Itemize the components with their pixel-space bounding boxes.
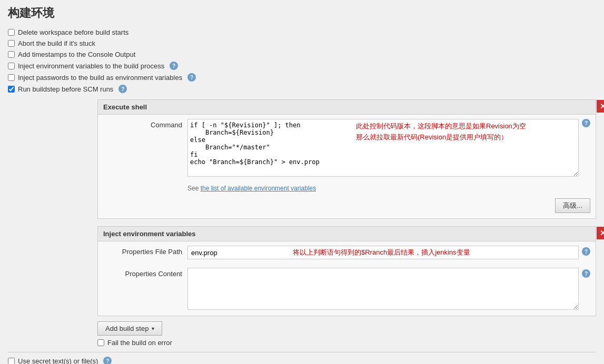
page-title: 构建环境 xyxy=(8,5,596,21)
inject-env-checkbox[interactable] xyxy=(8,63,15,69)
checkbox-row-1: Delete workspace before build starts xyxy=(8,28,596,36)
checkbox-row-5: Inject passwords to the build as environ… xyxy=(8,73,596,82)
properties-content-input-area xyxy=(187,268,579,311)
command-input-area: if [ -n "${Revision}" ]; then Branch=${R… xyxy=(187,119,579,178)
delete-workspace-label[interactable]: Delete workspace before build starts xyxy=(18,28,128,36)
use-secret-checkbox[interactable] xyxy=(8,358,15,365)
use-secret-row: Use secret text(s) or file(s) ? xyxy=(8,357,596,364)
checkbox-row-2: Abort the build if it's stuck xyxy=(8,39,596,47)
add-build-step-row: Add build step ▾ xyxy=(8,316,596,339)
use-secret-label[interactable]: Use secret text(s) or file(s) xyxy=(18,357,98,365)
checkbox-row-6: Run buildstep before SCM runs ? xyxy=(8,85,596,93)
fail-build-label[interactable]: Fail the build on error xyxy=(107,339,172,347)
advanced-button[interactable]: 高级... xyxy=(555,198,590,213)
properties-content-help-icon[interactable]: ? xyxy=(582,269,590,278)
inject-env-block: Inject environment variables Properties … xyxy=(97,226,596,316)
inject-passwords-help-icon[interactable]: ? xyxy=(187,73,196,82)
inject-env-close-button[interactable]: ✕ xyxy=(597,227,604,239)
section-divider xyxy=(8,352,596,352)
inject-passwords-label[interactable]: Inject passwords to the build as environ… xyxy=(18,74,182,82)
properties-content-textarea[interactable] xyxy=(187,268,579,310)
properties-file-input-area: 将以上判断语句得到的$Rranch最后结果，插入jenkins变量 xyxy=(187,246,579,259)
inject-env-label[interactable]: Inject environment variables to the buil… xyxy=(18,62,164,70)
properties-file-label: Properties File Path xyxy=(103,246,187,256)
inject-env-help-icon[interactable]: ? xyxy=(170,62,178,70)
abort-build-checkbox[interactable] xyxy=(8,40,15,47)
run-buildstep-help-icon[interactable]: ? xyxy=(118,85,127,93)
add-build-step-label: Add build step xyxy=(105,325,148,332)
fail-checkbox-row: Fail the build on error xyxy=(8,339,596,347)
checkbox-row-3: Add timestamps to the Console Output xyxy=(8,50,596,58)
properties-content-label: Properties Content xyxy=(103,268,187,278)
add-build-step-button[interactable]: Add build step ▾ xyxy=(97,321,162,336)
run-buildstep-label[interactable]: Run buildstep before SCM runs xyxy=(18,85,113,93)
checkbox-row-4: Inject environment variables to the buil… xyxy=(8,62,596,70)
inject-passwords-checkbox[interactable] xyxy=(8,74,15,81)
command-row: Command if [ -n "${Revision}" ]; then Br… xyxy=(98,115,596,183)
see-env-link-row: See the list of available environment va… xyxy=(98,183,596,196)
command-help-icon[interactable]: ? xyxy=(582,119,590,127)
advanced-btn-row: 高级... xyxy=(98,196,596,218)
run-buildstep-checkbox[interactable] xyxy=(8,86,15,93)
command-textarea[interactable]: if [ -n "${Revision}" ]; then Branch=${R… xyxy=(187,119,579,177)
add-timestamps-checkbox[interactable] xyxy=(8,51,15,58)
execute-shell-block: Execute shell Command if [ -n "${Revisio… xyxy=(97,99,596,219)
properties-file-input[interactable] xyxy=(187,246,579,259)
command-label: Command xyxy=(103,119,187,129)
fail-build-checkbox[interactable] xyxy=(97,339,104,346)
inject-env-title: Inject environment variables xyxy=(103,230,196,238)
properties-file-help-icon[interactable]: ? xyxy=(582,247,590,256)
inject-env-header: Inject environment variables xyxy=(98,227,596,241)
execute-shell-title: Execute shell xyxy=(103,103,147,111)
execute-shell-header: Execute shell xyxy=(98,100,596,115)
properties-file-row: Properties File Path 将以上判断语句得到的$Rranch最后… xyxy=(98,241,596,264)
properties-content-row: Properties Content ? xyxy=(98,264,596,316)
dropdown-arrow-icon: ▾ xyxy=(152,326,154,331)
abort-build-label[interactable]: Abort the build if it's stuck xyxy=(18,39,95,47)
add-timestamps-label[interactable]: Add timestamps to the Console Output xyxy=(18,50,135,58)
execute-shell-close-button[interactable]: ✕ xyxy=(597,100,604,113)
use-secret-help-icon[interactable]: ? xyxy=(103,357,112,364)
see-env-link[interactable]: the list of available environment variab… xyxy=(201,185,316,192)
delete-workspace-checkbox[interactable] xyxy=(8,29,15,36)
build-environment-section: 构建环境 Delete workspace before build start… xyxy=(0,0,604,364)
